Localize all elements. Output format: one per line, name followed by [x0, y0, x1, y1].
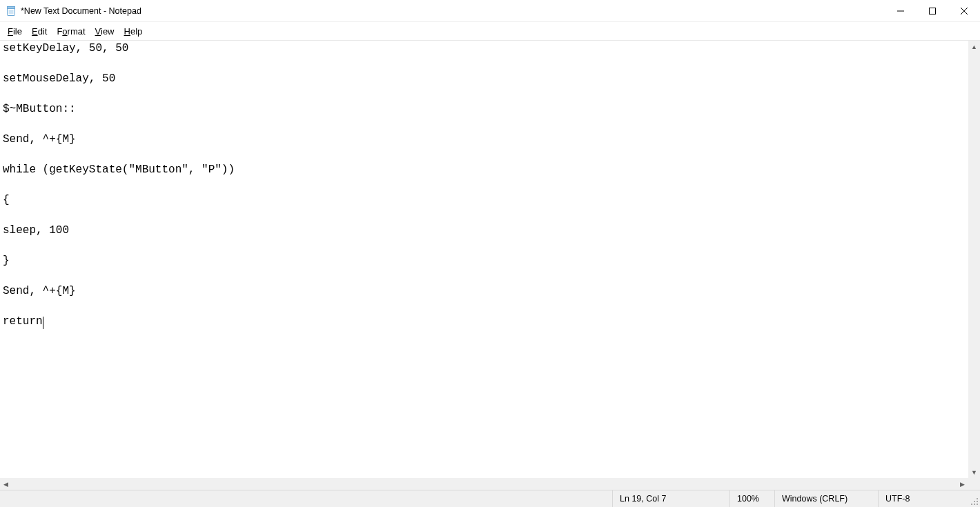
svg-point-12: [977, 504, 978, 505]
scroll-left-arrow-icon[interactable]: ◀: [0, 478, 12, 490]
vscroll-track[interactable]: [968, 52, 980, 466]
cursor-position-label: Ln 19, Col 7: [620, 494, 666, 504]
close-button[interactable]: [948, 0, 980, 22]
statusbar: Ln 19, Col 7 100% Windows (CRLF) UTF-8: [0, 490, 980, 507]
svg-rect-6: [930, 8, 936, 14]
menu-help[interactable]: Help: [119, 24, 148, 39]
status-line-ending: Windows (CRLF): [775, 490, 879, 507]
menubar: File Edit Format View Help: [0, 22, 980, 41]
svg-rect-1: [8, 6, 15, 8]
scroll-up-arrow-icon[interactable]: ▲: [968, 41, 980, 52]
editor-content: setKeyDelay, 50, 50 setMouseDelay, 50 $~…: [3, 42, 235, 328]
svg-point-13: [974, 504, 975, 505]
notepad-icon: [6, 6, 17, 17]
window-title: *New Text Document - Notepad: [21, 6, 141, 16]
status-encoding: UTF-8: [879, 490, 968, 507]
svg-point-14: [971, 504, 972, 505]
menu-view[interactable]: View: [90, 24, 119, 39]
window-controls: [885, 0, 980, 22]
statusbar-spacer: [0, 490, 613, 507]
status-zoom: 100%: [730, 490, 775, 507]
minimize-button[interactable]: [885, 0, 917, 22]
vertical-scrollbar[interactable]: ▲ ▼: [968, 41, 980, 478]
horizontal-scrollbar[interactable]: ◀ ▶: [0, 478, 980, 490]
menu-format[interactable]: Format: [52, 24, 90, 39]
scroll-right-arrow-icon[interactable]: ▶: [957, 478, 968, 490]
encoding-label: UTF-8: [885, 494, 910, 504]
line-ending-label: Windows (CRLF): [782, 494, 847, 504]
menu-edit[interactable]: Edit: [27, 24, 52, 39]
status-cursor-position: Ln 19, Col 7: [613, 490, 730, 507]
svg-point-10: [977, 501, 978, 502]
zoom-label: 100%: [737, 494, 759, 504]
svg-point-9: [977, 498, 978, 499]
maximize-button[interactable]: [917, 0, 948, 22]
text-caret: [43, 317, 43, 329]
menu-file[interactable]: File: [3, 24, 27, 39]
text-editor[interactable]: setKeyDelay, 50, 50 setMouseDelay, 50 $~…: [0, 41, 980, 478]
titlebar: *New Text Document - Notepad: [0, 0, 980, 22]
resize-grip-icon[interactable]: [968, 490, 980, 507]
editor-area: setKeyDelay, 50, 50 setMouseDelay, 50 $~…: [0, 41, 980, 490]
svg-point-11: [974, 501, 975, 502]
scroll-down-arrow-icon[interactable]: ▼: [968, 466, 980, 478]
scrollbar-corner: [968, 478, 980, 490]
